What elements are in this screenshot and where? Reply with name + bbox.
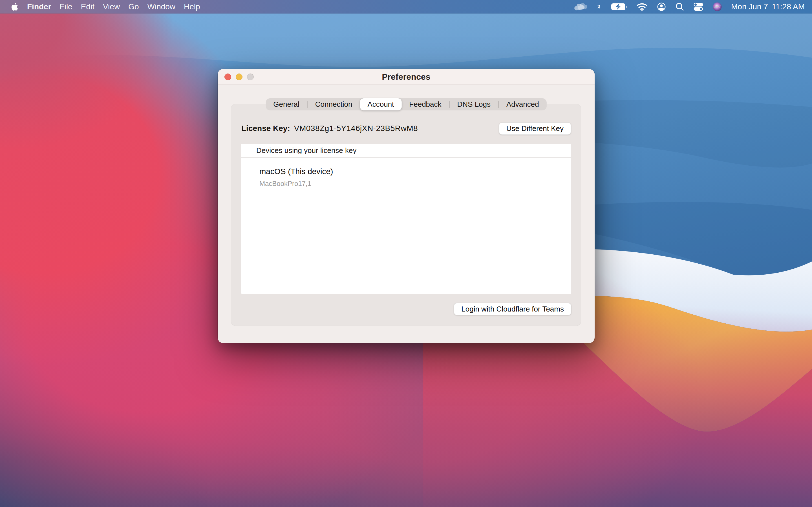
apple-logo-icon[interactable] xyxy=(11,2,18,11)
tab-dns-logs[interactable]: DNS Logs xyxy=(450,98,499,110)
clock-date: Mon Jun 7 xyxy=(731,2,768,11)
window-titlebar[interactable]: Preferences xyxy=(218,69,595,85)
menu-item-edit[interactable]: Edit xyxy=(81,2,94,11)
menu-item-go[interactable]: Go xyxy=(128,2,139,11)
tab-connection[interactable]: Connection xyxy=(308,98,360,110)
tab-advanced[interactable]: Advanced xyxy=(499,98,547,110)
device-row[interactable]: macOS (This device) MacBookPro17,1 xyxy=(241,158,571,187)
preferences-window: Preferences General Connection Account F… xyxy=(218,69,595,343)
devices-table: Devices using your license key macOS (Th… xyxy=(241,144,571,294)
license-key-label: License Key: xyxy=(241,124,290,133)
window-title: Preferences xyxy=(382,72,430,82)
menu-app-name[interactable]: Finder xyxy=(27,2,51,11)
cloudflare-cloud-icon[interactable] xyxy=(574,3,587,11)
use-different-key-button[interactable]: Use Different Key xyxy=(499,122,571,135)
devices-table-body: macOS (This device) MacBookPro17,1 xyxy=(241,158,571,294)
menu-bar-left: Finder File Edit View Go Window Help xyxy=(0,2,200,11)
menu-item-view[interactable]: View xyxy=(103,2,120,11)
tab-general[interactable]: General xyxy=(266,98,307,110)
siri-icon[interactable] xyxy=(712,2,722,11)
menu-item-window[interactable]: Window xyxy=(147,2,175,11)
panel-footer: Login with Cloudflare for Teams xyxy=(454,303,571,315)
account-panel: License Key: VM038Zg1-5Y146jXN-23B5RwM8 … xyxy=(231,104,581,326)
battery-charging-icon[interactable] xyxy=(611,3,627,11)
clock-time: 11:28 AM xyxy=(772,2,805,11)
menu-item-help[interactable]: Help xyxy=(184,2,200,11)
license-key-row: License Key: VM038Zg1-5Y146jXN-23B5RwM8 … xyxy=(241,117,571,140)
close-button[interactable] xyxy=(224,73,231,80)
tab-account[interactable]: Account xyxy=(360,98,402,110)
traffic-lights xyxy=(224,69,254,84)
license-key-value: VM038Zg1-5Y146jXN-23B5RwM8 xyxy=(294,124,418,133)
login-cloudflare-teams-button[interactable]: Login with Cloudflare for Teams xyxy=(454,303,571,315)
zoom-button-disabled xyxy=(247,73,254,80)
menu-item-file[interactable]: File xyxy=(60,2,72,11)
tab-feedback[interactable]: Feedback xyxy=(402,98,449,110)
wifi-icon[interactable] xyxy=(637,3,648,11)
control-center-icon[interactable] xyxy=(693,3,703,11)
spotlight-search-icon[interactable] xyxy=(675,2,684,11)
devices-table-header: Devices using your license key xyxy=(241,144,571,158)
minimize-button[interactable] xyxy=(236,73,243,80)
preferences-tab-bar: General Connection Account Feedback DNS … xyxy=(266,98,546,110)
device-model: MacBookPro17,1 xyxy=(259,180,571,187)
menu-bar-status-area: Mon Jun 7 11:28 AM xyxy=(574,2,812,11)
device-name: macOS (This device) xyxy=(259,167,571,176)
user-account-icon[interactable] xyxy=(657,2,666,11)
menu-bar-clock[interactable]: Mon Jun 7 11:28 AM xyxy=(731,2,805,11)
menu-bar: Finder File Edit View Go Window Help xyxy=(0,0,812,13)
bluetooth-icon[interactable] xyxy=(596,3,602,11)
